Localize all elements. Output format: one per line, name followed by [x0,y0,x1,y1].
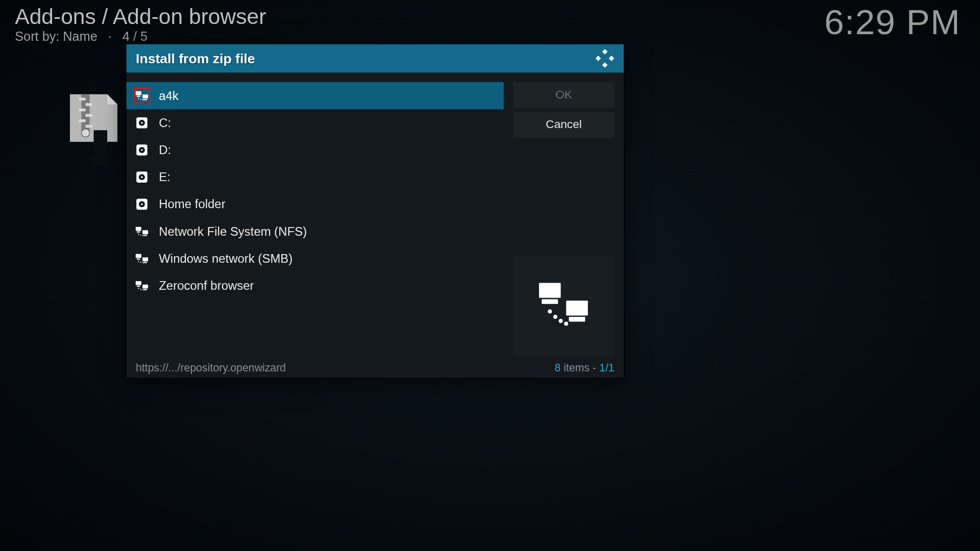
svg-point-30 [141,204,143,206]
source-item[interactable]: Network File System (NFS) [126,218,503,245]
svg-rect-2 [86,103,92,106]
svg-point-43 [140,262,141,263]
disk-icon [134,142,149,157]
network-icon [134,88,149,103]
svg-point-18 [142,99,143,101]
disk-icon [134,197,149,212]
svg-rect-39 [137,259,140,260]
source-item-label: E: [159,170,170,184]
install-zip-dialog: Install from zip file a4kC:D:E:Home fold… [126,44,624,378]
svg-point-27 [141,176,143,178]
svg-rect-11 [602,62,608,68]
breadcrumb: Add-ons / Add-on browser [15,4,961,29]
source-item[interactable]: C: [126,109,503,136]
svg-rect-5 [79,119,85,122]
svg-rect-31 [136,227,141,231]
svg-point-57 [553,314,557,318]
ok-button[interactable]: OK [513,82,614,108]
svg-rect-14 [142,94,148,98]
svg-rect-54 [566,300,588,315]
svg-rect-9 [596,56,601,61]
svg-rect-6 [86,125,92,128]
svg-point-56 [548,309,552,313]
svg-rect-33 [142,230,148,234]
source-item-label: Network File System (NFS) [159,224,307,239]
svg-rect-4 [86,114,92,116]
svg-rect-45 [136,281,141,285]
svg-rect-52 [538,283,560,297]
network-icon [134,251,149,266]
source-item-label: Windows network (SMB) [159,252,292,266]
svg-point-7 [82,129,90,137]
svg-rect-55 [569,316,585,321]
svg-rect-41 [143,262,147,263]
source-item[interactable]: D: [126,136,503,163]
svg-rect-32 [137,232,140,233]
network-icon [134,278,149,293]
disk-icon [134,170,149,185]
dialog-title: Install from zip file [136,51,255,66]
source-item-label: Home folder [159,197,225,211]
source-item-label: a4k [159,89,179,103]
svg-point-42 [138,261,139,262]
source-item[interactable]: Home folder [126,191,503,218]
zip-file-icon [66,91,124,168]
svg-rect-47 [142,285,148,289]
svg-rect-48 [143,289,147,290]
source-list: a4kC:D:E:Home folderNetwork File System … [126,82,503,358]
preview-thumbnail [513,255,614,356]
svg-rect-53 [542,299,558,304]
source-item[interactable]: E: [126,164,503,191]
kodi-logo-icon [595,49,614,68]
disk-icon [134,115,149,130]
svg-rect-40 [142,258,148,262]
svg-rect-34 [143,235,147,236]
source-item[interactable]: Zeroconf browser [126,272,503,299]
source-item-label: C: [159,116,171,130]
svg-point-36 [140,235,141,236]
svg-rect-12 [136,91,141,95]
svg-point-24 [141,149,143,151]
svg-rect-3 [79,109,85,111]
sort-info: Sort by: Name · 4 / 5 [15,29,961,44]
svg-rect-10 [609,56,615,61]
svg-rect-13 [137,96,140,97]
svg-point-37 [142,235,143,236]
clock: 6:29 PM [824,2,961,42]
network-icon [134,224,149,239]
cancel-button[interactable]: Cancel [513,112,614,138]
svg-rect-15 [143,99,147,100]
svg-point-17 [140,99,141,100]
svg-rect-46 [137,286,140,287]
dialog-titlebar: Install from zip file [126,44,624,72]
svg-point-49 [138,288,139,289]
svg-rect-1 [79,98,85,101]
source-item[interactable]: Windows network (SMB) [126,245,503,272]
svg-point-51 [142,289,143,290]
source-item-label: Zeroconf browser [159,279,254,293]
svg-point-58 [558,318,562,322]
svg-point-50 [140,289,141,290]
source-item[interactable]: a4k [126,82,503,109]
svg-rect-8 [602,49,608,55]
svg-point-35 [138,234,139,235]
svg-point-44 [142,262,143,263]
svg-point-59 [564,321,568,325]
svg-rect-38 [136,254,141,258]
footer-count: 8 items - 1/1 [555,362,615,374]
footer-path: https://.../repository.openwizard [136,362,286,374]
svg-point-21 [141,122,143,124]
svg-point-16 [138,98,139,99]
source-item-label: D: [159,143,171,157]
